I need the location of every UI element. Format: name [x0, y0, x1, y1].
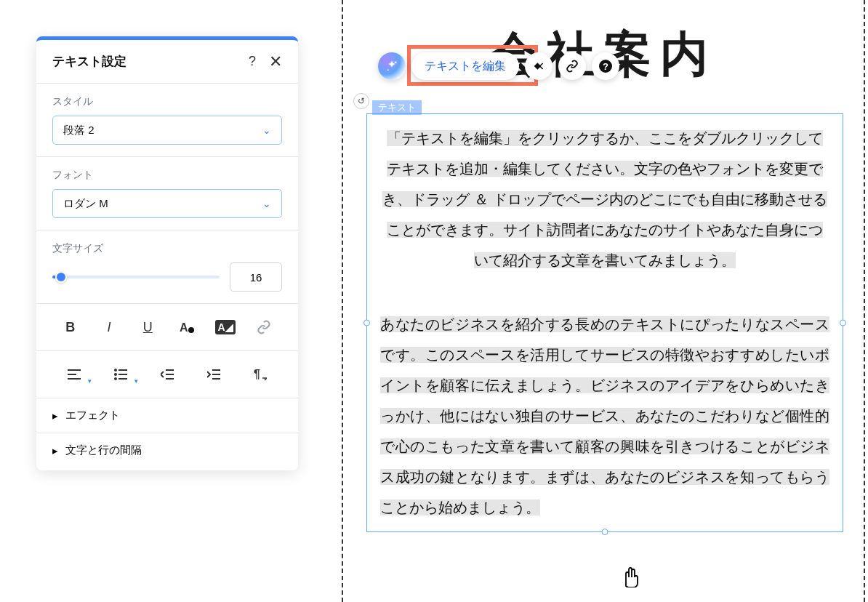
- effects-section[interactable]: ▸ エフェクト: [36, 398, 298, 433]
- svg-point-5: [114, 369, 117, 372]
- underline-button[interactable]: U: [134, 314, 161, 340]
- format-row-1: B I U A A◢: [36, 304, 298, 351]
- font-section: フォント ロダン M ⌄: [36, 157, 298, 230]
- svg-point-7: [114, 373, 117, 376]
- guide-line: [342, 0, 343, 602]
- svg-point-19: [387, 70, 389, 71]
- body-paragraph-2[interactable]: あなたのビジネスを紹介する長めのテキストにぴったりなスペースです。このスペースを…: [380, 316, 829, 515]
- chevron-down-icon: ⌄: [262, 124, 271, 136]
- animation-button[interactable]: [525, 52, 552, 80]
- svg-point-18: [395, 62, 396, 63]
- font-size-input[interactable]: 16: [230, 262, 282, 292]
- spacing-section[interactable]: ▸ 文字と行の間隔: [36, 433, 298, 467]
- style-dropdown[interactable]: 段落 2 ⌄: [52, 116, 282, 145]
- resize-handle-bottom[interactable]: [602, 529, 608, 535]
- text-settings-panel: テキスト設定 ? ✕ スタイル 段落 2 ⌄ フォント ロダン M ⌄ 文字サイ…: [36, 36, 298, 470]
- align-button[interactable]: [61, 361, 87, 388]
- resize-handle-left[interactable]: [363, 320, 370, 326]
- indent-button[interactable]: [201, 361, 227, 388]
- svg-point-9: [114, 377, 117, 380]
- cursor-icon: [619, 563, 641, 587]
- link-button[interactable]: [251, 314, 277, 340]
- chevron-down-icon: ⌄: [262, 198, 271, 209]
- element-type-chip: テキスト: [372, 100, 422, 115]
- caret-right-icon: ▸: [52, 444, 58, 457]
- style-label: スタイル: [52, 95, 282, 108]
- ai-sparkle-button[interactable]: [378, 52, 406, 80]
- style-section: スタイル 段落 2 ⌄: [36, 84, 298, 157]
- guide-line: [864, 0, 865, 602]
- text-color-button[interactable]: A: [174, 314, 200, 340]
- svg-point-1: [188, 327, 194, 333]
- size-section: 文字サイズ 16: [36, 230, 298, 304]
- text-element[interactable]: 「テキストを編集」をクリックするか、ここをダブルクリックしてテキストを追加・編集…: [366, 113, 843, 532]
- resize-handle-right[interactable]: [840, 320, 846, 326]
- text-direction-button[interactable]: ¶: [247, 361, 273, 388]
- panel-header: テキスト設定 ? ✕: [36, 40, 298, 84]
- size-label: 文字サイズ: [52, 242, 282, 255]
- effects-label: エフェクト: [65, 409, 120, 422]
- svg-text:?: ?: [603, 61, 608, 72]
- style-value: 段落 2: [63, 124, 95, 137]
- outdent-button[interactable]: [154, 361, 180, 388]
- spacing-label: 文字と行の間隔: [65, 444, 142, 457]
- panel-title: テキスト設定: [52, 53, 126, 70]
- body-paragraph-1[interactable]: 「テキストを編集」をクリックするか、ここをダブルクリックしてテキストを追加・編集…: [382, 130, 827, 268]
- help-button[interactable]: ?: [592, 52, 619, 80]
- font-label: フォント: [52, 169, 282, 182]
- help-icon[interactable]: ?: [249, 54, 256, 69]
- highlight-color-button[interactable]: A◢: [212, 314, 238, 340]
- font-size-slider[interactable]: [52, 266, 220, 288]
- caret-right-icon: ▸: [52, 409, 58, 422]
- close-icon[interactable]: ✕: [269, 54, 282, 70]
- edit-text-button[interactable]: テキストを編集: [411, 52, 519, 80]
- svg-text:¶: ¶: [254, 368, 260, 380]
- restore-icon[interactable]: ↺: [353, 93, 369, 109]
- format-row-2: ¶: [36, 351, 298, 398]
- italic-button[interactable]: I: [96, 314, 122, 340]
- list-button[interactable]: [108, 361, 134, 388]
- svg-text:A: A: [180, 321, 188, 334]
- font-dropdown[interactable]: ロダン M ⌄: [52, 189, 282, 218]
- bold-button[interactable]: B: [57, 314, 84, 340]
- link-button[interactable]: [558, 52, 586, 80]
- editor-canvas: 会社案内 テキストを編集 ? ↺ テキスト 「テキストを編集」をクリックするか、…: [342, 0, 865, 602]
- font-value: ロダン M: [63, 197, 108, 211]
- element-toolbar: テキストを編集 ?: [378, 52, 619, 80]
